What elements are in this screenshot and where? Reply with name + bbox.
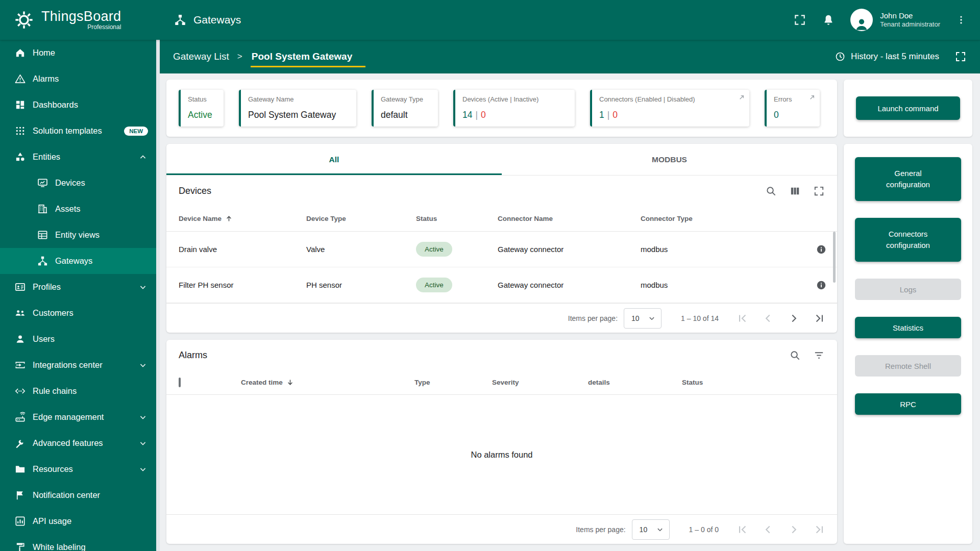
sidebar-item-rule-chains[interactable]: Rule chains [0,378,156,404]
sidebar-item-edge-management[interactable]: Edge management [0,404,156,430]
info-icon[interactable] [816,244,827,255]
tab-modbus[interactable]: MODBUS [502,144,837,175]
entities-icon [14,151,26,163]
brand-logo[interactable]: ThingsBoard Professional [0,9,156,31]
sidebar-item-integrations-center[interactable]: Integrations center [0,352,156,378]
sidebar-item-gateways[interactable]: Gateways [0,248,156,274]
sidebar-item-devices[interactable]: Devices [0,170,156,196]
sort-desc-icon [286,378,295,387]
user-name: John Doe [880,11,940,21]
launch-command-button[interactable]: Launch command [856,96,960,120]
history-button[interactable]: History - last 5 minutes [835,51,939,62]
open-link-icon[interactable] [738,93,746,102]
more-menu-icon[interactable] [955,13,967,27]
breadcrumb-parent-link[interactable]: Gateway List [173,51,229,62]
sidebar-item-home[interactable]: Home [0,40,156,66]
sidebar-item-label: Entity views [55,230,100,240]
first-page-icon[interactable] [736,523,749,536]
table-row[interactable]: Drain valve Valve Active Gateway connect… [166,232,837,267]
rpc-button[interactable]: RPC [855,393,961,415]
items-per-page-select[interactable]: 10 [624,308,662,329]
columns-icon[interactable] [789,185,801,197]
dashboard-fullscreen-icon[interactable] [954,51,967,63]
items-per-page-select[interactable]: 10 [632,519,670,540]
column-status[interactable]: Status [416,215,498,222]
statistics-button[interactable]: Statistics [855,317,961,338]
devices-title: Devices [179,186,211,196]
sidebar-item-profiles[interactable]: Profiles [0,274,156,300]
stat-value-devices: 14|0 [462,110,568,120]
devices-table-body: Drain valve Valve Active Gateway connect… [166,232,837,303]
prev-page-icon[interactable] [762,523,775,536]
alarms-title: Alarms [179,350,207,361]
sidebar-item-entity-views[interactable]: Entity views [0,222,156,248]
sidebar-item-resources[interactable]: Resources [0,456,156,482]
user-menu[interactable]: John Doe Tenant administrator [880,11,940,29]
column-device-type[interactable]: Device Type [306,215,416,222]
topbar-actions: John Doe Tenant administrator [793,9,980,31]
info-icon[interactable] [816,280,827,291]
sidebar-item-advanced-features[interactable]: Advanced features [0,430,156,456]
remote-shell-button[interactable]: Remote Shell [855,355,961,377]
search-icon[interactable] [765,185,777,197]
devices-panel: All MODBUS Devices Device Name Device Ty… [166,144,837,333]
sidebar-item-alarms[interactable]: Alarms [0,66,156,92]
next-page-icon[interactable] [787,312,800,325]
devices-toolbar [765,185,825,197]
column-created-time[interactable]: Created time [241,378,414,387]
general-configuration-button[interactable]: General configuration [855,157,961,201]
table-row[interactable]: Filter PH sensor PH sensor Active Gatewa… [166,267,837,303]
cell-device-name: Filter PH sensor [179,281,306,289]
breadcrumb-current[interactable]: Pool System Gateway [251,51,365,67]
sidebar-item-customers[interactable]: Customers [0,300,156,326]
stat-label: Gateway Name [248,95,349,103]
select-all-checkbox[interactable] [179,378,181,387]
table-scrollbar[interactable] [833,232,836,283]
search-icon[interactable] [789,349,801,361]
connectors-configuration-button[interactable]: Connectors configuration [855,218,961,262]
chevron-down-icon [138,360,148,370]
sidebar-item-entities[interactable]: Entities [0,144,156,170]
next-page-icon[interactable] [787,523,800,536]
sidebar-item-white-labeling[interactable]: White labeling [0,534,156,551]
sidebar-scrollbar[interactable] [156,40,160,551]
stats-panel: Status Active Gateway Name Pool System G… [166,80,837,137]
first-page-icon[interactable] [736,312,749,325]
column-device-name[interactable]: Device Name [179,214,306,223]
filter-icon[interactable] [813,349,825,361]
gateways-icon [37,255,48,267]
stat-card-gateway-name: Gateway Name Pool System Gateway [239,90,356,127]
devices-inactive-count: 0 [481,110,486,120]
integrations-icon [14,359,26,371]
user-avatar[interactable] [850,9,873,31]
cell-connector-name: Gateway connector [498,245,641,254]
column-type[interactable]: Type [414,379,492,386]
column-status[interactable]: Status [682,379,831,386]
last-page-icon[interactable] [813,523,826,536]
tab-all[interactable]: All [166,144,502,175]
sidebar-item-solution-templates[interactable]: Solution templates NEW [0,118,156,144]
last-page-icon[interactable] [813,312,826,325]
history-label: History - last 5 minutes [851,52,939,62]
value-separator: | [475,110,478,120]
brand-subtitle: Professional [87,23,121,31]
sidebar-item-users[interactable]: Users [0,326,156,352]
sidebar-item-dashboards[interactable]: Dashboards [0,92,156,118]
sidebar-item-assets[interactable]: Assets [0,196,156,222]
notifications-bell-icon[interactable] [822,13,835,27]
column-details[interactable]: details [588,379,682,386]
column-severity[interactable]: Severity [492,379,588,386]
pagination-range: 1 – 10 of 14 [681,314,719,322]
open-link-icon[interactable] [808,93,816,102]
sidebar-item-label: Alarms [33,74,59,84]
column-connector-type[interactable]: Connector Type [641,215,798,222]
sidebar-item-notification-center[interactable]: Notification center [0,482,156,508]
sidebar-item-api-usage[interactable]: API usage [0,508,156,534]
table-fullscreen-icon[interactable] [813,185,825,197]
prev-page-icon[interactable] [762,312,775,325]
connectors-disabled-count: 0 [612,110,618,120]
sidebar-item-label: Devices [55,178,85,188]
fullscreen-icon[interactable] [793,13,806,27]
column-connector-name[interactable]: Connector Name [498,215,641,222]
logs-button[interactable]: Logs [855,279,961,300]
